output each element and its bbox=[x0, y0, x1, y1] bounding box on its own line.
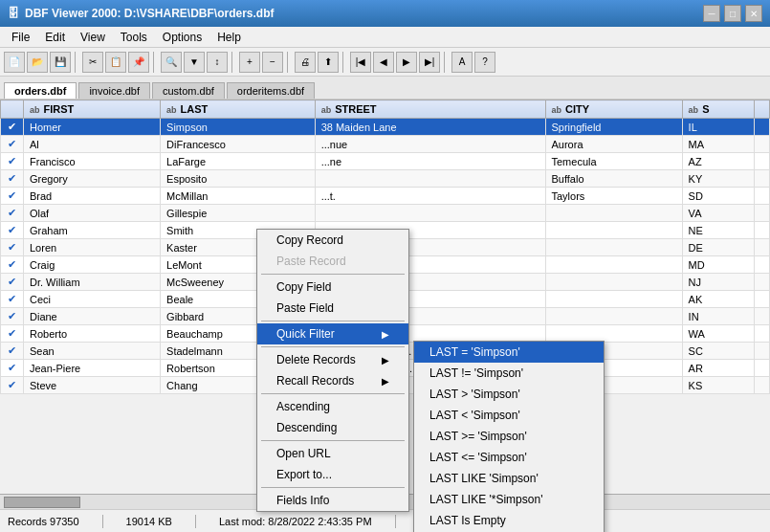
context-menu-sep-10 bbox=[261, 393, 405, 394]
context-menu-sep-2 bbox=[261, 274, 405, 275]
context-menu-sep-5 bbox=[261, 321, 405, 321]
menu-item-tools[interactable]: Tools bbox=[113, 29, 155, 46]
cell-extra bbox=[755, 136, 770, 153]
context-menu-item-ascending[interactable]: Ascending bbox=[257, 396, 408, 417]
submenu-item-7[interactable]: LAST LIKE '*Simpson' bbox=[414, 489, 604, 510]
cell-street: 38 Maiden Lane bbox=[315, 119, 545, 136]
cell-last: LaFarge bbox=[161, 153, 316, 170]
menu-item-file[interactable]: File bbox=[4, 29, 37, 46]
context-menu-item-paste-record: Paste Record bbox=[257, 251, 408, 272]
toolbar-add[interactable]: + bbox=[239, 52, 260, 73]
toolbar-filter[interactable]: ▼ bbox=[184, 52, 205, 73]
menu-item-options[interactable]: Options bbox=[155, 29, 209, 46]
context-menu-item-quick-filter[interactable]: Quick Filter▶ bbox=[257, 323, 408, 344]
cell-last: Simpson bbox=[161, 119, 316, 136]
toolbar-find[interactable]: 🔍 bbox=[161, 52, 182, 73]
context-menu-item-copy-record[interactable]: Copy Record bbox=[257, 230, 408, 251]
cell-city bbox=[545, 205, 682, 222]
context-menu-sep-7 bbox=[261, 346, 405, 347]
toolbar-last[interactable]: ▶| bbox=[419, 52, 440, 73]
row-marker: ✔ bbox=[1, 308, 24, 325]
toolbar-copy[interactable]: 📋 bbox=[105, 52, 126, 73]
table-row[interactable]: ✔ Olaf Gillespie VA bbox=[1, 205, 770, 222]
submenu-item-8[interactable]: LAST Is Empty bbox=[414, 510, 604, 531]
toolbar-open[interactable]: 📂 bbox=[27, 52, 48, 73]
toolbar-paste[interactable]: 📌 bbox=[128, 52, 149, 73]
context-menu-item-export-to...[interactable]: Export to... bbox=[257, 464, 408, 485]
submenu-item-0[interactable]: LAST = 'Simpson' bbox=[414, 342, 604, 363]
toolbar-font[interactable]: A bbox=[451, 52, 473, 73]
table-row[interactable]: ✔ Homer Simpson 38 Maiden Lane Springfie… bbox=[1, 119, 770, 136]
cell-last: McMillan bbox=[161, 188, 316, 205]
toolbar-sep-4 bbox=[287, 52, 291, 73]
cell-state: AR bbox=[682, 360, 754, 377]
cell-city bbox=[545, 291, 682, 308]
cell-extra bbox=[755, 222, 770, 239]
table-row[interactable]: ✔ Al DiFrancesco ...nue Aurora MA bbox=[1, 136, 770, 153]
cell-street: ...ne bbox=[315, 153, 545, 170]
submenu-item-4[interactable]: LAST >= 'Simpson' bbox=[414, 426, 604, 447]
cell-extra bbox=[755, 188, 770, 205]
submenu-item-6[interactable]: LAST LIKE 'Simpson' bbox=[414, 468, 604, 489]
submenu-item-5[interactable]: LAST <= 'Simpson' bbox=[414, 447, 604, 468]
tab-3[interactable]: orderitems.dbf bbox=[227, 82, 315, 99]
cell-extra bbox=[755, 325, 770, 343]
context-menu-item-open-url[interactable]: Open URL bbox=[257, 443, 408, 464]
context-menu-item-paste-field[interactable]: Paste Field bbox=[257, 298, 408, 319]
table-row[interactable]: ✔ Gregory Esposito Buffalo KY bbox=[1, 170, 770, 188]
toolbar-about[interactable]: ? bbox=[474, 52, 495, 73]
close-button[interactable]: ✕ bbox=[745, 5, 762, 22]
cell-extra bbox=[755, 308, 770, 325]
col-header-state: abS bbox=[682, 100, 754, 119]
menu-item-view[interactable]: View bbox=[73, 29, 113, 46]
context-menu: Copy RecordPaste RecordCopy FieldPaste F… bbox=[256, 229, 409, 512]
toolbar-print[interactable]: 🖨 bbox=[295, 52, 316, 73]
cell-street bbox=[315, 170, 545, 188]
row-marker: ✔ bbox=[1, 119, 24, 136]
toolbar-sort[interactable]: ↕ bbox=[207, 52, 228, 73]
context-menu-item-recall-records[interactable]: Recall Records▶ bbox=[257, 370, 408, 391]
cell-state: NE bbox=[682, 222, 754, 239]
toolbar-sep-1 bbox=[75, 52, 78, 73]
menu-item-edit[interactable]: Edit bbox=[37, 29, 73, 46]
cell-extra bbox=[755, 256, 770, 274]
cell-city: Buffalo bbox=[545, 170, 682, 188]
cell-first: Dr. William bbox=[24, 274, 161, 291]
toolbar-save[interactable]: 💾 bbox=[50, 52, 71, 73]
cell-first: Brad bbox=[24, 188, 161, 205]
minimize-button[interactable]: ─ bbox=[703, 5, 720, 22]
toolbar-new[interactable]: 📄 bbox=[4, 52, 25, 73]
context-menu-item-delete-records[interactable]: Delete Records▶ bbox=[257, 349, 408, 370]
maximize-button[interactable]: □ bbox=[724, 5, 741, 22]
toolbar-first[interactable]: |◀ bbox=[350, 52, 371, 73]
context-menu-item-copy-field[interactable]: Copy Field bbox=[257, 277, 408, 298]
submenu-item-1[interactable]: LAST != 'Simpson' bbox=[414, 363, 604, 384]
cell-first: Al bbox=[24, 136, 161, 153]
tab-0[interactable]: orders.dbf bbox=[4, 82, 77, 99]
toolbar-delete[interactable]: − bbox=[262, 52, 283, 73]
toolbar-export[interactable]: ⬆ bbox=[318, 52, 339, 73]
cell-state: AK bbox=[682, 291, 754, 308]
tab-2[interactable]: custom.dbf bbox=[152, 82, 225, 99]
context-menu-item-descending[interactable]: Descending bbox=[257, 417, 408, 438]
table-row[interactable]: ✔ Brad McMillan ...t. Taylors SD bbox=[1, 188, 770, 205]
submenu-item-3[interactable]: LAST < 'Simpson' bbox=[414, 405, 604, 426]
quick-filter-submenu: LAST = 'Simpson'LAST != 'Simpson'LAST > … bbox=[413, 341, 605, 532]
toolbar-sep-3 bbox=[231, 52, 235, 73]
title-bar-controls[interactable]: ─ □ ✕ bbox=[703, 5, 762, 22]
cell-state: IN bbox=[682, 308, 754, 325]
status-sep-3 bbox=[395, 515, 396, 528]
col-header-first: abFIRST bbox=[24, 100, 161, 119]
toolbar-next[interactable]: ▶ bbox=[396, 52, 417, 73]
menu-item-help[interactable]: Help bbox=[209, 29, 249, 46]
toolbar-prev[interactable]: ◀ bbox=[373, 52, 394, 73]
toolbar-cut[interactable]: ✂ bbox=[82, 52, 103, 73]
tab-1[interactable]: invoice.dbf bbox=[78, 82, 150, 99]
col-header-extra bbox=[755, 100, 770, 119]
cell-extra bbox=[755, 377, 770, 394]
context-menu-item-fields-info[interactable]: Fields Info bbox=[257, 490, 408, 511]
submenu-item-2[interactable]: LAST > 'Simpson' bbox=[414, 384, 604, 405]
table-row[interactable]: ✔ Francisco LaFarge ...ne Temecula AZ bbox=[1, 153, 770, 170]
hscroll-thumb[interactable] bbox=[4, 497, 80, 508]
cell-extra bbox=[755, 343, 770, 360]
